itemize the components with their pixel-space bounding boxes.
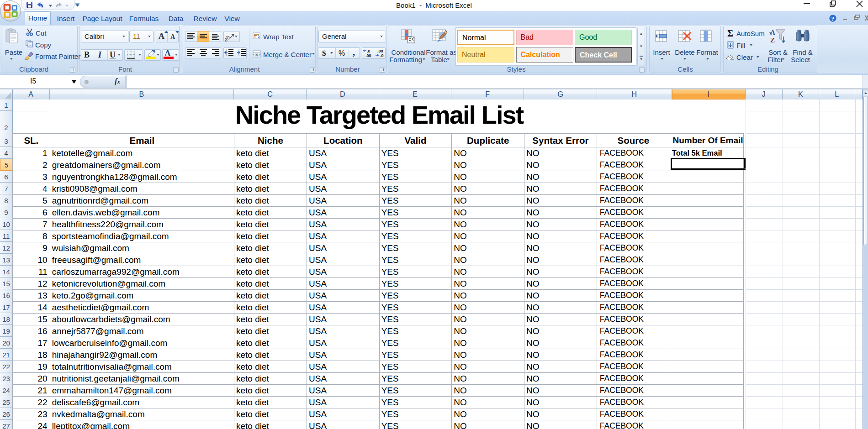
svg-text:A: A xyxy=(770,29,775,36)
svg-text:Z: Z xyxy=(770,37,775,44)
svg-text:.00: .00 xyxy=(365,53,371,58)
svg-text:?: ? xyxy=(831,15,835,22)
svg-text:.00: .00 xyxy=(377,49,383,53)
svg-text:.0: .0 xyxy=(367,49,370,53)
svg-text:a: a xyxy=(256,52,258,57)
